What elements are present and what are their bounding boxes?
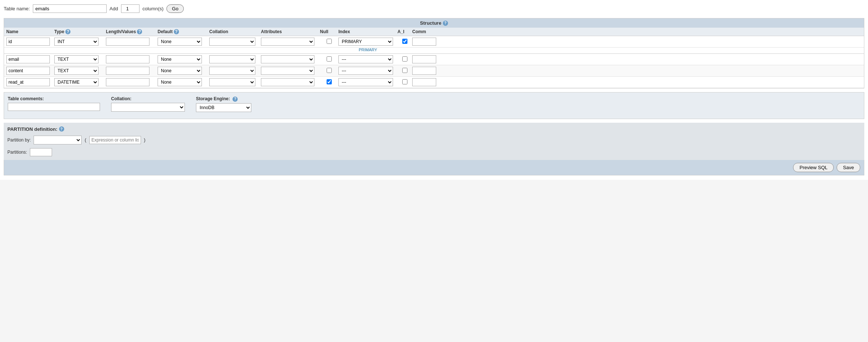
partition-by-select[interactable]: HASH KEY LINEAR HASH LINEAR KEY RANGE LI… [34,136,82,144]
field-null-checkbox-4[interactable] [327,79,332,84]
header-type: Type ? [54,29,106,34]
header-length: Length/Values ? [106,29,158,34]
field-index-select-4[interactable]: --- PRIMARY UNIQUE INDEX [338,78,393,86]
table-comments-group: Table comments: [8,96,100,111]
field-index-select-1[interactable]: --- PRIMARY UNIQUE INDEX FULLTEXT [338,38,393,46]
field-collation-select-2[interactable] [209,55,255,63]
columns-label: column(s) [142,6,163,11]
table-comments-input[interactable] [8,103,100,111]
field-default-select-3[interactable]: None NULL [158,67,202,75]
header-collation: Collation [209,29,261,34]
field-name-cell [6,38,54,46]
go-button[interactable]: Go [166,4,184,13]
field-collation-cell [209,38,261,46]
bottom-section: Table comments: Collation: Storage Engin… [4,92,864,119]
column-headers: Name Type ? Length/Values ? Default ? Co… [4,28,864,36]
header-comment: Comm [412,29,442,34]
field-attributes-select-2[interactable] [261,55,314,63]
storage-engine-label: Storage Engine: ? [196,96,251,102]
field-attributes-select-4[interactable] [261,78,314,86]
structure-header: Structure ? [4,18,864,28]
header-attributes: Attributes [261,29,320,34]
field-type-select-2[interactable]: INT VARCHAR TEXT DATETIME [54,55,99,63]
field-length-input-2[interactable] [106,55,149,63]
type-help-icon[interactable]: ? [65,29,70,34]
partition-by-row: Partition by: HASH KEY LINEAR HASH LINEA… [7,136,861,144]
partition-title: PARTITION definition: ? [7,126,861,132]
header-ai: A_I [397,29,412,34]
partition-section: PARTITION definition: ? Partition by: HA… [4,123,864,160]
preview-sql-button[interactable]: Preview SQL [793,163,834,172]
partitions-row: Partitions: [7,148,861,156]
field-null-checkbox-3[interactable] [327,68,332,73]
header-default: Default ? [158,29,209,34]
field-index-select-2[interactable]: --- PRIMARY UNIQUE INDEX [338,55,393,63]
storage-engine-help-icon[interactable]: ? [232,97,238,102]
field-ai-checkbox-1[interactable] [402,39,407,44]
table-name-input[interactable] [33,4,107,13]
add-columns-input[interactable] [121,4,140,13]
partitions-input[interactable] [30,148,52,156]
field-null-cell [320,39,338,45]
field-comment-input-2[interactable] [412,55,436,63]
header-index: Index [338,29,397,34]
field-null-checkbox-1[interactable] [327,39,332,44]
collation-group: Collation: [111,96,185,112]
field-name-input-3[interactable] [6,67,50,75]
field-collation-select-1[interactable] [209,38,255,46]
primary-label: PRIMARY [338,48,397,52]
field-name-input-1[interactable] [6,38,50,46]
field-default-select-1[interactable]: None NULL CURRENT_TIMESTAMP [158,38,202,46]
partitions-label: Partitions: [7,150,27,155]
field-index-cell: --- PRIMARY UNIQUE INDEX FULLTEXT [338,38,397,46]
field-attributes-select-3[interactable] [261,67,314,75]
field-attributes-cell: UNSIGNED UNSIGNED ZEROFILL on update CUR… [261,38,320,46]
page-wrapper: Table name: Add column(s) Go Structure ?… [0,0,868,180]
table-row: INT VARCHAR TEXT DATETIME None NULL [4,77,864,88]
table-row: INT VARCHAR TEXT DATETIME None NULL [4,65,864,77]
field-type-cell: INT VARCHAR TEXT DATETIME [54,38,106,46]
field-ai-cell [397,39,412,45]
field-type-select-4[interactable]: INT VARCHAR TEXT DATETIME [54,78,99,86]
storage-engine-select[interactable]: InnoDB MyISAM MEMORY CSV ARCHIVE [196,103,251,112]
save-button[interactable]: Save [837,163,860,172]
header-name: Name [6,29,54,34]
field-comment-input-4[interactable] [412,78,436,86]
field-length-input-3[interactable] [106,67,149,75]
field-type-select-1[interactable]: INT VARCHAR TEXT DATETIME [54,38,99,46]
field-length-cell [106,38,158,46]
partition-help-icon[interactable]: ? [59,126,64,132]
field-type-select-3[interactable]: INT VARCHAR TEXT DATETIME [54,67,99,75]
top-bar: Table name: Add column(s) Go [4,4,864,13]
table-name-label: Table name: [4,6,30,11]
field-collation-select-4[interactable] [209,78,255,86]
field-length-input-1[interactable] [106,38,149,46]
partition-by-label: Partition by: [7,137,31,143]
field-length-input-4[interactable] [106,78,149,86]
field-index-select-3[interactable]: --- PRIMARY UNIQUE INDEX [338,67,393,75]
footer-bar: Preview SQL Save [4,160,864,175]
length-help-icon[interactable]: ? [137,29,142,34]
collation-select[interactable] [111,103,185,112]
partition-paren-open: ( [85,137,86,143]
structure-section: Structure ? Name Type ? Length/Values ? … [4,18,864,88]
structure-title: Structure [420,20,441,26]
field-default-select-2[interactable]: None NULL [158,55,202,63]
field-name-input-2[interactable] [6,55,50,63]
field-default-cell: None NULL CURRENT_TIMESTAMP [158,38,209,46]
field-default-select-4[interactable]: None NULL [158,78,202,86]
field-ai-checkbox-2[interactable] [402,56,407,62]
field-null-checkbox-2[interactable] [327,56,332,62]
bottom-row: Table comments: Collation: Storage Engin… [8,96,860,112]
collation-label: Collation: [111,96,185,101]
field-ai-checkbox-4[interactable] [402,79,407,84]
default-help-icon[interactable]: ? [174,29,179,34]
field-comment-input-1[interactable] [412,38,436,46]
field-name-input-4[interactable] [6,78,50,86]
field-comment-input-3[interactable] [412,67,436,75]
field-collation-select-3[interactable] [209,67,255,75]
field-attributes-select-1[interactable]: UNSIGNED UNSIGNED ZEROFILL on update CUR… [261,38,314,46]
structure-help-icon[interactable]: ? [443,21,448,26]
field-ai-checkbox-3[interactable] [402,68,407,73]
partition-expression-input[interactable] [89,136,141,144]
